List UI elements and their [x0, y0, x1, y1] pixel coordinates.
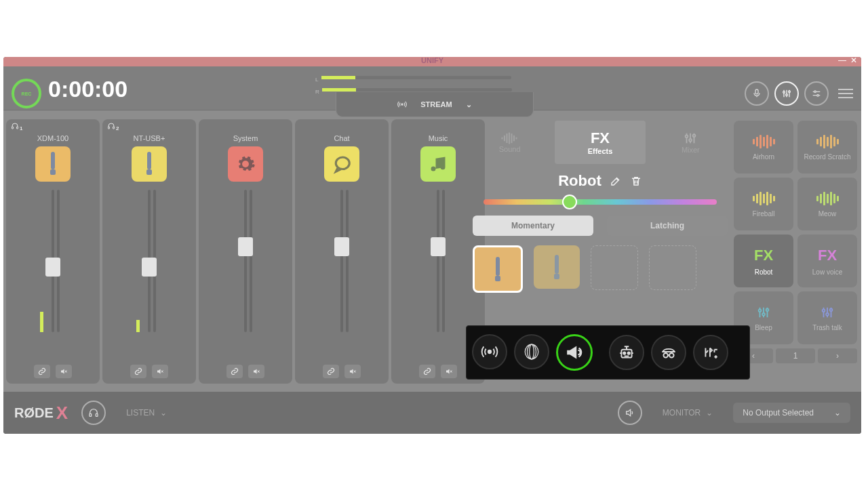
svg-point-42	[623, 352, 625, 354]
fx-type-echo[interactable]	[472, 334, 507, 369]
monitor-speaker-button[interactable]	[618, 401, 642, 425]
channel-label: System	[199, 134, 292, 142]
svg-rect-10	[50, 169, 56, 175]
effects-page: 1	[776, 348, 815, 363]
channel-link-button[interactable]	[34, 365, 50, 378]
channel-mute-button[interactable]	[56, 365, 72, 378]
channel-icon[interactable]	[35, 146, 71, 182]
channel-fader[interactable]	[40, 190, 66, 332]
svg-rect-16	[504, 136, 505, 141]
channel-link-button[interactable]	[226, 365, 243, 378]
effect-card-trash-talk[interactable]: Trash talk	[797, 291, 857, 344]
chevron-down-icon: ⌄	[834, 408, 841, 418]
headphone-icon: 2	[106, 122, 119, 131]
svg-point-32	[823, 309, 825, 312]
fx-target-1[interactable]	[473, 245, 523, 293]
svg-rect-17	[506, 134, 507, 143]
fx-type-robot[interactable]	[609, 335, 644, 370]
fx-tab-effects[interactable]: FXEffects	[555, 121, 645, 164]
svg-rect-36	[96, 413, 98, 416]
channel-icon[interactable]	[420, 146, 456, 182]
channel-mute-button[interactable]	[248, 365, 264, 378]
channel-fader[interactable]	[136, 190, 162, 332]
fx-target-3-empty[interactable]	[591, 245, 638, 290]
channel-fader[interactable]	[233, 190, 258, 332]
effects-next[interactable]: ›	[818, 348, 857, 363]
channel-link-button[interactable]	[323, 365, 339, 378]
fx-type-pitch[interactable]	[693, 335, 728, 370]
fx-tab-mixer[interactable]: Mixer	[646, 121, 736, 164]
brand-logo: RØDEX	[14, 403, 68, 424]
channel-link-button[interactable]	[130, 365, 146, 378]
fx-type-megaphone[interactable]	[556, 334, 593, 371]
channel-nt-usb+: 2NT-USB+	[102, 119, 196, 384]
svg-point-23	[689, 139, 692, 142]
svg-rect-1	[755, 89, 758, 94]
output-selector[interactable]: No Output Selected⌄	[733, 403, 850, 423]
bottombar: RØDEX LISTEN⌄ MONITOR⌄ No Output Selecte…	[3, 392, 861, 434]
effect-card-meow[interactable]: Meow	[797, 178, 857, 230]
record-button[interactable]: REC	[12, 79, 41, 108]
fx-name: Robot	[558, 172, 601, 190]
close-icon[interactable]: ✕	[850, 57, 857, 65]
svg-point-2	[783, 92, 785, 94]
channel-icon[interactable]	[228, 146, 263, 182]
channel-link-button[interactable]	[419, 365, 435, 378]
channel-icon[interactable]	[132, 146, 167, 182]
channel-icon[interactable]	[324, 146, 359, 182]
mixer-settings-button[interactable]	[774, 81, 799, 106]
stream-selector[interactable]: STREAM ⌄	[336, 92, 534, 117]
svg-point-30	[762, 312, 765, 315]
channel-mute-button[interactable]	[152, 365, 168, 378]
svg-point-24	[693, 135, 696, 138]
svg-rect-14	[146, 169, 152, 175]
slider-handle[interactable]	[562, 195, 577, 209]
listen-dropdown[interactable]: LISTEN⌄	[119, 405, 174, 420]
effect-card-robot[interactable]: FXRobot	[734, 235, 793, 287]
mode-momentary[interactable]: Momentary	[473, 216, 593, 236]
svg-rect-28	[554, 274, 559, 279]
svg-point-37	[488, 350, 491, 353]
trash-icon[interactable]	[630, 175, 642, 187]
channel-chat: Chat	[295, 119, 389, 384]
menu-button[interactable]	[838, 89, 853, 98]
mic-settings-button[interactable]	[745, 81, 769, 106]
svg-rect-11	[108, 127, 110, 129]
fx-type-bar	[466, 325, 750, 380]
svg-rect-19	[511, 134, 512, 143]
effect-card-low-voice[interactable]: FXLow voice	[797, 235, 857, 287]
channel-mute-button[interactable]	[344, 365, 361, 378]
record-timer: 0:00:00	[48, 76, 127, 102]
svg-point-44	[663, 353, 668, 358]
listen-headphones-button[interactable]	[81, 401, 106, 425]
headphone-icon: 1	[10, 122, 22, 131]
fx-type-incognito[interactable]	[651, 335, 686, 370]
channel-label: XDM-100	[6, 134, 100, 142]
effect-card-record-scratch[interactable]: Record Scratch	[797, 121, 857, 174]
effects-sidebar: AirhornRecord ScratchFireballMeowFXRobot…	[734, 121, 857, 363]
svg-point-34	[830, 308, 833, 311]
monitor-dropdown[interactable]: MONITOR⌄	[656, 405, 719, 420]
app-title: UNIFY	[3, 57, 861, 64]
channel-mute-button[interactable]	[441, 365, 457, 378]
channel-fader[interactable]	[425, 190, 451, 332]
channel-fader[interactable]	[329, 190, 355, 332]
fx-target-2[interactable]	[534, 245, 580, 289]
svg-point-29	[759, 309, 762, 312]
broadcast-icon	[397, 100, 407, 109]
mode-latching[interactable]: Latching	[607, 216, 728, 236]
svg-rect-12	[113, 127, 115, 129]
fx-tab-sound[interactable]: Sound	[465, 121, 555, 164]
svg-rect-18	[509, 133, 510, 144]
svg-point-0	[401, 104, 403, 105]
minimize-icon[interactable]: —	[838, 57, 846, 65]
svg-rect-27	[555, 255, 559, 274]
svg-rect-26	[495, 276, 500, 281]
effect-card-fireball[interactable]: Fireball	[734, 178, 793, 230]
fx-target-4-empty[interactable]	[649, 245, 696, 290]
effect-card-airhorn[interactable]: Airhorn	[734, 121, 793, 174]
edit-icon[interactable]	[610, 175, 622, 187]
fx-color-slider[interactable]	[484, 199, 717, 205]
preferences-button[interactable]	[804, 81, 829, 106]
fx-type-reverb[interactable]	[514, 334, 549, 369]
